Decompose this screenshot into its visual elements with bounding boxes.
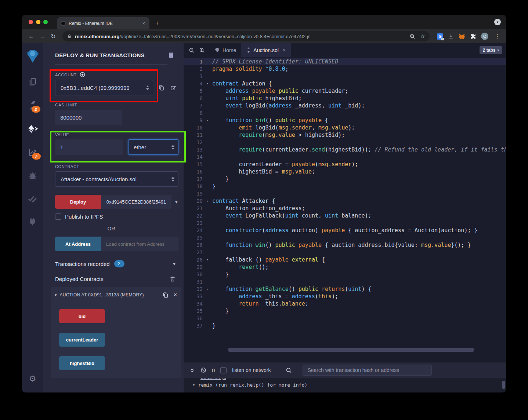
reload-button[interactable]: ↻ (48, 33, 58, 40)
code-line[interactable]: 33 address _this = address(this); (184, 293, 506, 300)
url-bar[interactable]: remix.ethereum.org/#optimize=false&runs=… (62, 31, 430, 41)
add-account-icon[interactable] (80, 72, 85, 77)
code-line[interactable]: 23 (184, 219, 506, 227)
code-line[interactable]: 25 (184, 234, 506, 241)
fold-chevron-icon[interactable]: ▾ (206, 80, 212, 87)
deploy-run-icon[interactable] (28, 124, 38, 134)
fold-chevron-icon[interactable]: ▾ (206, 285, 212, 293)
page-zoom-icon[interactable] (409, 33, 415, 39)
terminal-scrollbar[interactable] (502, 381, 505, 389)
transactions-recorded-row[interactable]: Transactions recorded 2 ▾ (55, 260, 178, 267)
code-line[interactable]: 35 } (184, 307, 506, 315)
code-line[interactable]: 29 revert(); (184, 263, 506, 271)
code-line[interactable]: 26 function win() public payable { aucti… (184, 241, 506, 249)
bid-function-button[interactable]: bid (59, 309, 105, 323)
tab-home[interactable]: Home (209, 43, 241, 57)
browser-menu-icon[interactable]: ⋮ (493, 33, 502, 40)
code-line[interactable]: 32▾ function getBalance() public returns… (184, 285, 506, 293)
code-line[interactable]: 30 } (184, 271, 506, 278)
forward-button[interactable]: → (37, 33, 47, 40)
code-line[interactable]: 12 (184, 139, 506, 146)
code-editor[interactable]: 1// SPDX-License-Identifier: UNLICENSED2… (184, 57, 506, 362)
code-line[interactable]: 19 (184, 190, 506, 197)
listen-network-checkbox[interactable] (220, 367, 227, 373)
code-line[interactable]: 2pragma solidity ^0.8.0; (184, 65, 506, 73)
tabs-count-dropdown[interactable]: 2 tabs▾ (480, 46, 502, 54)
code-line[interactable]: 5 address payable public currentLeader; (184, 87, 506, 95)
fold-chevron-icon[interactable]: ▾ (206, 197, 212, 205)
debugger-bug-icon[interactable] (28, 171, 37, 180)
highestbid-function-button[interactable]: highestBid (59, 356, 105, 370)
gas-limit-input[interactable] (55, 110, 122, 125)
metamask-extension-icon[interactable] (459, 33, 465, 40)
close-window-button[interactable] (29, 20, 33, 24)
terminal-log[interactable]: ethers.js • remix (run remix.help() for … (184, 378, 506, 392)
transactions-chevron-icon[interactable]: ▾ (173, 261, 176, 267)
code-line[interactable]: 17 } (184, 175, 506, 183)
sign-message-icon[interactable] (170, 85, 177, 91)
code-line[interactable]: 20▾contract Attacker { (184, 197, 506, 205)
horizontal-scrollbar[interactable] (228, 348, 474, 352)
copy-contract-address-icon[interactable] (162, 292, 169, 298)
code-line[interactable]: 15 currentLeader = payable(msg.sender); (184, 161, 506, 168)
deploy-address-input[interactable]: 0xd9145CCE52D386f25491 (101, 195, 171, 209)
deploy-expand-chevron-icon[interactable]: ▾ (175, 199, 178, 205)
code-line[interactable]: 6 uint public highestBid; (184, 95, 506, 102)
at-address-button[interactable]: At Address (55, 237, 101, 251)
tab-close-icon[interactable]: × (141, 21, 146, 26)
currentleader-function-button[interactable]: currentLeader (59, 333, 105, 347)
back-button[interactable]: ← (26, 33, 36, 40)
code-line[interactable]: 24 constructor(address auction) payable … (184, 227, 506, 234)
code-line[interactable]: 18} (184, 183, 506, 190)
code-line[interactable]: 22 event LogFallback(uint count, uint ba… (184, 212, 506, 219)
zoom-out-icon[interactable] (189, 47, 195, 53)
code-line[interactable]: 13 require(currentLeader.send(highestBid… (184, 146, 506, 153)
code-line[interactable]: 21 Auction auction_address; (184, 205, 506, 212)
terminal-search-input[interactable] (303, 365, 432, 376)
code-line[interactable]: 9▾ function bid() public payable { (184, 117, 506, 124)
zoom-in-icon[interactable] (199, 47, 205, 53)
download-icon[interactable] (448, 33, 454, 39)
code-line[interactable]: 36 (184, 315, 506, 322)
ethers-link[interactable]: ethers.js (200, 378, 226, 381)
code-line[interactable]: 28▾ fallback () payable external { (184, 256, 506, 263)
code-line[interactable]: 7 event logBid(address _address, uint _b… (184, 102, 506, 109)
unit-testing-icon[interactable] (28, 194, 38, 203)
tab-auction-sol[interactable]: Auction.sol × (241, 43, 291, 57)
code-line[interactable]: 14 (184, 153, 506, 161)
minimize-window-button[interactable] (36, 20, 40, 24)
maximize-window-button[interactable] (43, 20, 48, 24)
file-explorer-icon[interactable] (28, 77, 37, 87)
value-input[interactable] (55, 139, 123, 155)
tab-close-icon[interactable]: × (283, 47, 286, 53)
extensions-puzzle-icon[interactable] (470, 33, 476, 40)
remix-logo[interactable] (26, 48, 40, 63)
code-line[interactable]: 1// SPDX-License-Identifier: UNLICENSED (184, 58, 506, 65)
fold-chevron-icon[interactable]: ▾ (206, 117, 212, 124)
clear-console-icon[interactable] (200, 367, 206, 373)
clear-deployed-trash-icon[interactable] (170, 276, 176, 282)
remove-contract-icon[interactable]: × (174, 292, 177, 298)
browser-tab[interactable]: Remix - Ethereum IDE × (57, 17, 149, 29)
publish-ipfs-checkbox[interactable] (55, 213, 61, 220)
bookmark-star-icon[interactable]: ☆ (420, 33, 425, 40)
deploy-button[interactable]: Deploy (55, 195, 101, 209)
profile-avatar[interactable]: C (481, 33, 488, 40)
value-unit-select[interactable]: ether (128, 139, 178, 155)
code-line[interactable]: 31 (184, 278, 506, 285)
code-line[interactable]: 37} (184, 322, 506, 329)
tab-search-button[interactable]: ▼ (494, 19, 501, 25)
settings-gear-icon[interactable]: ⚙ (29, 374, 36, 384)
solidity-compiler-icon[interactable]: 2 (28, 101, 37, 110)
copy-account-icon[interactable] (158, 85, 164, 91)
new-tab-button[interactable]: + (155, 19, 159, 27)
analytics-icon[interactable]: 7 (28, 147, 37, 157)
collapse-terminal-icon[interactable] (189, 368, 195, 373)
code-line[interactable]: 8 (184, 109, 506, 117)
code-line[interactable]: 34 return _this.balance; (184, 300, 506, 307)
code-line[interactable]: 10 emit logBid(msg.sender, msg.value); (184, 124, 506, 131)
account-select[interactable]: 0x5B3...eddC4 (99.9999999 (55, 80, 153, 95)
translate-extension-icon[interactable]: G (437, 33, 443, 40)
at-address-input[interactable] (101, 237, 178, 251)
contract-select[interactable]: Attacker - contracts/Auction.sol (55, 171, 178, 187)
